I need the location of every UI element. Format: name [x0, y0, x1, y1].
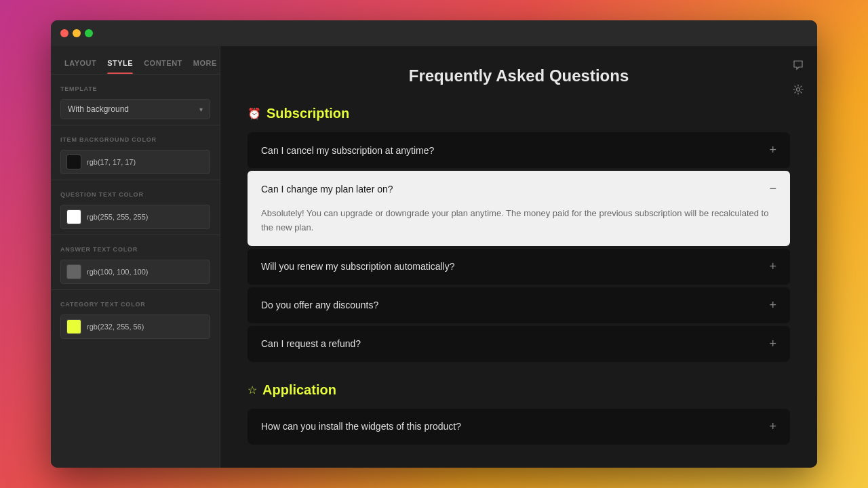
- expand-icon: +: [769, 420, 776, 434]
- subscription-icon: ⏰: [248, 107, 261, 120]
- subscription-title: Subscription: [267, 106, 349, 121]
- template-value: With background: [68, 104, 129, 114]
- faq-item: Can I change my plan later on? − Absolut…: [248, 171, 790, 246]
- faq-item: Do you offer any discounts? +: [248, 287, 790, 323]
- item-bg-color-value: rgb(17, 17, 17): [87, 158, 136, 166]
- item-bg-color-swatch: [66, 155, 81, 169]
- application-title: Application: [262, 382, 336, 398]
- question-text-color-picker[interactable]: rgb(255, 255, 255): [60, 205, 210, 229]
- faq-question-text: Will you renew my subscription automatic…: [261, 261, 455, 272]
- expand-icon: +: [769, 298, 776, 312]
- chat-icon[interactable]: [789, 56, 808, 75]
- answer-text-color-swatch: [66, 264, 81, 279]
- item-bg-color-picker[interactable]: rgb(17, 17, 17): [60, 150, 210, 174]
- template-dropdown[interactable]: With background ▾: [60, 99, 210, 119]
- page-title: Frequently Asked Questions: [248, 66, 790, 85]
- faq-question[interactable]: Will you renew my subscription automatic…: [248, 249, 790, 285]
- faq-question[interactable]: Do you offer any discounts? +: [248, 287, 790, 323]
- faq-answer: Absolutely! You can upgrade or downgrade…: [248, 207, 790, 246]
- title-bar: [51, 20, 817, 46]
- category-text-color-value: rgb(232, 255, 56): [87, 323, 144, 331]
- tab-style[interactable]: STYLE: [102, 59, 138, 74]
- faq-question[interactable]: How can you install the widgets of this …: [248, 409, 790, 445]
- item-bg-color-section: ITEM BACKGROUND COLOR rgb(17, 17, 17): [51, 125, 220, 180]
- close-button[interactable]: [60, 29, 68, 37]
- application-icon: ☆: [248, 384, 257, 396]
- sidebar-tabs: LAYOUT STYLE CONTENT MORE: [51, 46, 220, 75]
- faq-question-text: Can I cancel my subscription at anytime?: [261, 145, 434, 156]
- subscription-faq-list: Can I cancel my subscription at anytime?…: [248, 132, 790, 362]
- section-header-application: ☆ Application: [248, 382, 790, 398]
- application-faq-list: How can you install the widgets of this …: [248, 409, 790, 445]
- faq-question-text: Can I request a refund?: [261, 338, 361, 349]
- tab-layout[interactable]: LAYOUT: [59, 59, 102, 74]
- tab-content[interactable]: CONTENT: [138, 59, 188, 74]
- category-text-color-picker[interactable]: rgb(232, 255, 56): [60, 314, 210, 339]
- chevron-down-icon: ▾: [199, 106, 203, 113]
- category-text-color-section: CATEGORY TEXT COLOR rgb(232, 255, 56): [51, 289, 220, 344]
- collapse-icon: −: [769, 182, 776, 196]
- faq-item: Can I request a refund? +: [248, 326, 790, 362]
- faq-question[interactable]: Can I cancel my subscription at anytime?…: [248, 132, 790, 168]
- faq-section-subscription: ⏰ Subscription Can I cancel my subscript…: [248, 106, 790, 362]
- faq-question-text: How can you install the widgets of this …: [261, 421, 461, 432]
- faq-question[interactable]: Can I request a refund? +: [248, 326, 790, 362]
- app-window: LAYOUT STYLE CONTENT MORE TEMPLATE With …: [51, 20, 817, 468]
- faq-section-application: ☆ Application How can you install the wi…: [248, 382, 790, 445]
- faq-item: Can I cancel my subscription at anytime?…: [248, 132, 790, 168]
- maximize-button[interactable]: [85, 29, 93, 37]
- window-body: LAYOUT STYLE CONTENT MORE TEMPLATE With …: [51, 46, 817, 468]
- category-text-color-label: CATEGORY TEXT COLOR: [60, 301, 210, 308]
- answer-text-color-section: ANSWER TEXT COLOR rgb(100, 100, 100): [51, 235, 220, 289]
- section-header-subscription: ⏰ Subscription: [248, 106, 790, 121]
- answer-text-color-label: ANSWER TEXT COLOR: [60, 246, 210, 253]
- faq-question-text: Do you offer any discounts?: [261, 300, 378, 310]
- faq-question[interactable]: Can I change my plan later on? −: [248, 171, 790, 207]
- question-text-color-value: rgb(255, 255, 255): [87, 213, 149, 221]
- question-text-color-section: QUESTION TEXT COLOR rgb(255, 255, 255): [51, 180, 220, 235]
- sidebar: LAYOUT STYLE CONTENT MORE TEMPLATE With …: [51, 46, 220, 468]
- expand-icon: +: [769, 143, 776, 157]
- traffic-lights: [60, 29, 93, 37]
- expand-icon: +: [769, 337, 776, 351]
- expand-icon: +: [769, 260, 776, 274]
- settings-icon[interactable]: [789, 80, 808, 99]
- answer-text-color-picker[interactable]: rgb(100, 100, 100): [60, 260, 210, 284]
- question-text-color-swatch: [66, 209, 81, 224]
- right-icons: [789, 56, 808, 99]
- faq-question-text: Can I change my plan later on?: [261, 184, 393, 195]
- item-bg-color-label: ITEM BACKGROUND COLOR: [60, 136, 210, 143]
- main-content: Frequently Asked Questions ⏰ Subscriptio…: [220, 46, 817, 468]
- faq-item: Will you renew my subscription automatic…: [248, 249, 790, 285]
- svg-point-0: [797, 88, 800, 92]
- minimize-button[interactable]: [73, 29, 81, 37]
- tab-more[interactable]: MORE: [188, 59, 220, 74]
- template-label: TEMPLATE: [60, 85, 210, 92]
- answer-text-color-value: rgb(100, 100, 100): [87, 268, 149, 276]
- template-section: TEMPLATE With background ▾: [51, 75, 220, 125]
- category-text-color-swatch: [66, 319, 81, 334]
- faq-item: How can you install the widgets of this …: [248, 409, 790, 445]
- question-text-color-label: QUESTION TEXT COLOR: [60, 191, 210, 198]
